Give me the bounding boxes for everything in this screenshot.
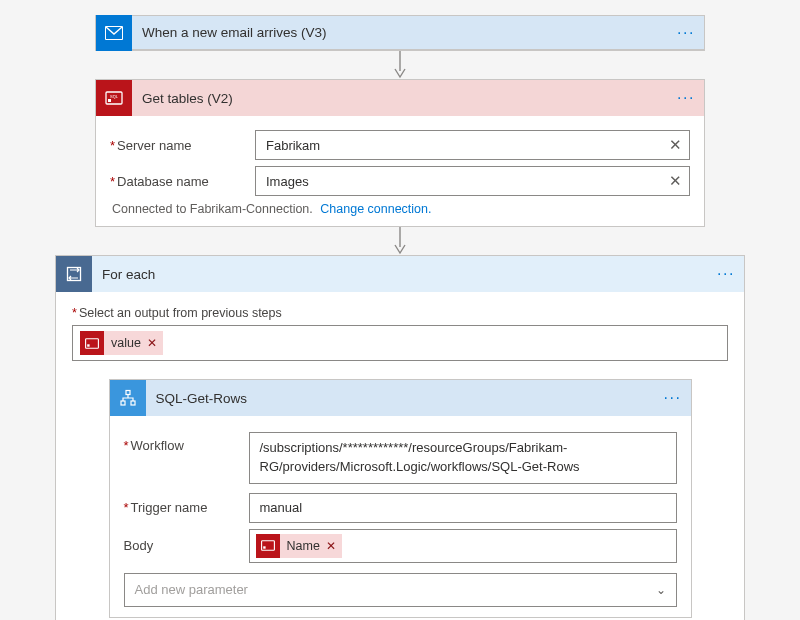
sql-get-rows-title: SQL-Get-Rows (146, 391, 655, 406)
step-menu-button[interactable]: ··· (655, 389, 691, 407)
connection-info: Connected to Fabrikam-Connection. Change… (110, 202, 690, 216)
foreach-header[interactable]: For each ··· (56, 256, 744, 292)
clear-icon[interactable]: ✕ (669, 172, 682, 190)
select-output-label: *Select an output from previous steps (72, 306, 728, 320)
get-tables-step: SQL Get tables (V2) ··· *Server name ✕ *… (95, 79, 705, 227)
name-token[interactable]: Name ✕ (256, 534, 342, 558)
value-token[interactable]: value ✕ (80, 331, 163, 355)
sql-icon (256, 534, 280, 558)
email-trigger-header[interactable]: When a new email arrives (V3) ··· (96, 16, 704, 50)
get-tables-header[interactable]: SQL Get tables (V2) ··· (96, 80, 704, 116)
svg-rect-13 (261, 541, 274, 551)
workflow-label: *Workflow (124, 432, 249, 453)
remove-token-icon[interactable]: ✕ (326, 539, 336, 553)
svg-rect-9 (87, 344, 89, 346)
clear-icon[interactable]: ✕ (669, 136, 682, 154)
body-input[interactable]: Name ✕ (249, 529, 677, 563)
step-menu-button[interactable]: ··· (668, 24, 704, 42)
svg-rect-4 (108, 99, 111, 102)
svg-rect-11 (121, 401, 125, 405)
step-menu-button[interactable]: ··· (708, 265, 744, 283)
database-name-input[interactable] (255, 166, 690, 196)
select-output-input[interactable]: value ✕ (72, 325, 728, 361)
server-name-label: *Server name (110, 138, 255, 153)
svg-rect-10 (126, 391, 130, 395)
change-connection-link[interactable]: Change connection. (320, 202, 431, 216)
outlook-icon (96, 15, 132, 51)
connector-arrow (0, 51, 800, 79)
sql-get-rows-header[interactable]: SQL-Get-Rows ··· (110, 380, 691, 416)
svg-rect-8 (86, 338, 99, 348)
chevron-down-icon: ⌄ (656, 583, 666, 597)
remove-token-icon[interactable]: ✕ (147, 336, 157, 350)
workflow-input[interactable] (249, 432, 677, 484)
foreach-step: For each ··· *Select an output from prev… (55, 255, 745, 620)
body-label: Body (124, 538, 249, 553)
database-name-label: *Database name (110, 174, 255, 189)
step-menu-button[interactable]: ··· (668, 89, 704, 107)
connector-arrow (0, 227, 800, 255)
sql-icon (80, 331, 104, 355)
foreach-title: For each (92, 267, 708, 282)
add-parameter-dropdown[interactable]: Add new parameter ⌄ (124, 573, 677, 607)
loop-icon (56, 256, 92, 292)
sql-icon: SQL (96, 80, 132, 116)
svg-rect-14 (263, 546, 265, 548)
svg-text:SQL: SQL (110, 94, 119, 99)
email-trigger-title: When a new email arrives (V3) (132, 25, 668, 40)
trigger-name-input[interactable] (249, 493, 677, 523)
svg-rect-12 (131, 401, 135, 405)
email-trigger-step: When a new email arrives (V3) ··· (95, 15, 705, 51)
workflow-icon (110, 380, 146, 416)
get-tables-title: Get tables (V2) (132, 91, 668, 106)
trigger-name-label: *Trigger name (124, 500, 249, 515)
sql-get-rows-step: SQL-Get-Rows ··· *Workflow *Trigger name (109, 379, 692, 618)
server-name-input[interactable] (255, 130, 690, 160)
